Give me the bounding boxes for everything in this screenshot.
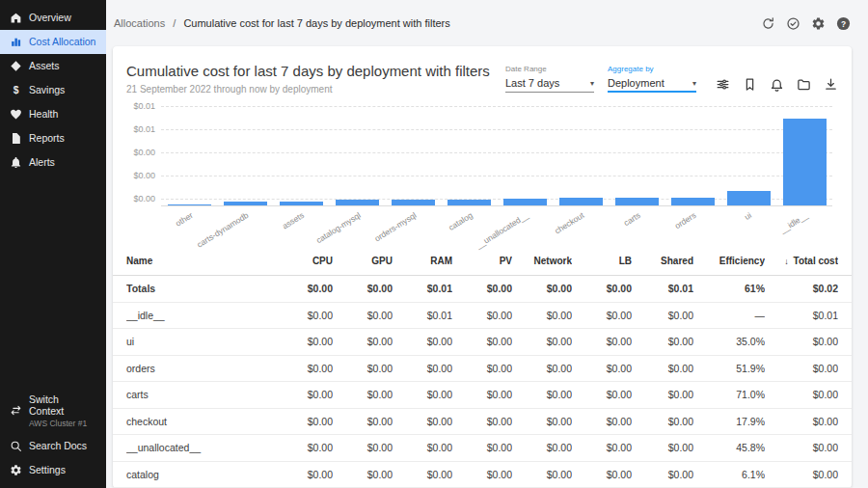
axis-spacer bbox=[124, 206, 161, 245]
column-header-ram[interactable]: RAM bbox=[393, 256, 452, 266]
folder-button[interactable] bbox=[797, 77, 811, 92]
download-button[interactable] bbox=[824, 77, 838, 92]
sidebar-item-switch-context[interactable]: Switch ContextAWS Cluster #1 bbox=[0, 388, 106, 434]
help-button[interactable]: ? bbox=[836, 16, 851, 31]
sidebar-item-reports[interactable]: Reports bbox=[0, 126, 106, 150]
cell-efficiency: 61% bbox=[693, 283, 765, 294]
table-row-checkout[interactable]: checkout$0.00$0.00$0.00$0.00$0.00$0.00$0… bbox=[113, 409, 852, 436]
table-body: Totals$0.00$0.00$0.01$0.00$0.00$0.00$0.0… bbox=[113, 276, 852, 488]
column-header-lb[interactable]: LB bbox=[572, 256, 632, 266]
cell-cpu: $0.00 bbox=[273, 310, 333, 321]
table-row-catalog[interactable]: catalog$0.00$0.00$0.00$0.00$0.00$0.00$0.… bbox=[113, 462, 852, 488]
cell-gpu: $0.00 bbox=[333, 469, 393, 480]
chevron-down-icon: ▾ bbox=[590, 79, 594, 88]
report-card: Cumulative cost for last 7 days by deplo… bbox=[113, 46, 852, 488]
cell-total: $0.00 bbox=[765, 363, 838, 374]
sidebar-item-cost-allocation[interactable]: Cost Allocation bbox=[0, 30, 106, 54]
cell-name: __idle__ bbox=[126, 310, 273, 321]
cell-name: checkout bbox=[126, 416, 273, 427]
assets-icon bbox=[10, 60, 22, 72]
sidebar-item-label: Assets bbox=[29, 60, 60, 72]
column-header-pv[interactable]: PV bbox=[452, 256, 512, 266]
table-row-__unallocated__[interactable]: __unallocated__$0.00$0.00$0.00$0.00$0.00… bbox=[113, 435, 852, 462]
bar-other[interactable] bbox=[168, 204, 211, 205]
cell-efficiency: — bbox=[693, 310, 765, 321]
bell-button[interactable] bbox=[770, 77, 784, 92]
bar-catalog-mysql[interactable] bbox=[336, 200, 379, 205]
x-axis-label: orders bbox=[673, 210, 698, 230]
bar-__idle__[interactable] bbox=[783, 119, 827, 205]
sidebar-item-label: Switch Context bbox=[29, 393, 64, 418]
cell-pv: $0.00 bbox=[452, 310, 512, 321]
breadcrumb-allocations-link[interactable]: Allocations bbox=[114, 17, 165, 29]
sidebar-item-settings[interactable]: Settings bbox=[0, 458, 106, 482]
bar-carts[interactable] bbox=[615, 198, 659, 205]
aggregate-by-select[interactable]: Aggregate by Deployment ▾ bbox=[608, 65, 696, 93]
refresh-icon bbox=[761, 16, 775, 31]
cell-gpu: $0.00 bbox=[333, 442, 393, 453]
cell-total: $0.00 bbox=[765, 442, 838, 453]
cell-cpu: $0.00 bbox=[273, 469, 333, 480]
tune-button[interactable] bbox=[716, 77, 730, 92]
cell-name: Totals bbox=[126, 283, 273, 294]
cell-shared: $0.00 bbox=[632, 416, 693, 427]
cell-gpu: $0.00 bbox=[333, 363, 393, 374]
cell-ram: $0.01 bbox=[393, 283, 452, 294]
bar-assets[interactable] bbox=[280, 202, 323, 205]
report-toolbar bbox=[716, 77, 838, 92]
gear-icon bbox=[10, 464, 22, 476]
sidebar-item-alerts[interactable]: Alerts bbox=[0, 150, 106, 175]
bar-orders[interactable] bbox=[671, 198, 715, 205]
aggregate-by-label: Aggregate by bbox=[608, 65, 696, 73]
sidebar-item-health[interactable]: Health bbox=[0, 102, 106, 126]
column-header-shared[interactable]: Shared bbox=[632, 256, 693, 266]
tune-icon bbox=[716, 77, 730, 92]
sidebar-item-assets[interactable]: Assets bbox=[0, 54, 106, 78]
table-row-carts[interactable]: carts$0.00$0.00$0.00$0.00$0.00$0.00$0.00… bbox=[113, 382, 852, 409]
cell-pv: $0.00 bbox=[452, 442, 512, 453]
sidebar-item-label: Overview bbox=[29, 12, 71, 24]
gear-button[interactable] bbox=[811, 16, 826, 31]
bar-checkout[interactable] bbox=[559, 198, 603, 205]
table-row-ui[interactable]: ui$0.00$0.00$0.00$0.00$0.00$0.00$0.0035.… bbox=[113, 329, 852, 356]
table-row-orders[interactable]: orders$0.00$0.00$0.00$0.00$0.00$0.00$0.0… bbox=[113, 356, 852, 383]
app-root: OverviewCost AllocationAssets$SavingsHea… bbox=[0, 0, 868, 488]
cell-name: __unallocated__ bbox=[126, 442, 273, 453]
plot-area bbox=[161, 106, 832, 206]
column-header-cpu[interactable]: CPU bbox=[273, 256, 333, 266]
bar-catalog[interactable] bbox=[448, 200, 491, 205]
column-header-efficiency[interactable]: Efficiency bbox=[693, 256, 765, 266]
bookmark-button[interactable] bbox=[743, 77, 757, 92]
page-subtitle: 21 September 2022 through now by deploym… bbox=[126, 84, 490, 95]
cell-name: carts bbox=[126, 389, 273, 400]
bar-carts-dynamodb[interactable] bbox=[224, 202, 267, 205]
column-header-total[interactable]: ↓ Total cost bbox=[765, 256, 838, 266]
table-header-row: NameCPUGPURAMPVNetworkLBSharedEfficiency… bbox=[113, 247, 852, 276]
sidebar-item-overview[interactable]: Overview bbox=[0, 6, 106, 30]
cell-shared: $0.00 bbox=[632, 469, 693, 480]
sidebar-item-label: Health bbox=[29, 108, 58, 121]
cost-bar-chart: $0.01$0.01$0.00$0.00$0.00 othercarts-dyn… bbox=[113, 100, 852, 245]
sidebar-item-savings[interactable]: $Savings bbox=[0, 78, 106, 102]
check-circle-button[interactable] bbox=[786, 16, 800, 31]
column-header-name[interactable]: Name bbox=[126, 256, 273, 266]
date-range-select[interactable]: Date Range Last 7 days ▾ bbox=[505, 65, 594, 93]
column-header-network[interactable]: Network bbox=[512, 256, 572, 266]
table-row-__idle__[interactable]: __idle__$0.00$0.00$0.01$0.00$0.00$0.00$0… bbox=[113, 303, 852, 330]
bar-ui[interactable] bbox=[727, 191, 771, 205]
bar-__unallocated__[interactable] bbox=[503, 199, 547, 205]
cell-network: $0.00 bbox=[512, 283, 572, 294]
help-icon: ? bbox=[836, 16, 851, 31]
cell-ram: $0.00 bbox=[393, 336, 452, 347]
cell-pv: $0.00 bbox=[452, 469, 512, 480]
table-row-Totals[interactable]: Totals$0.00$0.00$0.01$0.00$0.00$0.00$0.0… bbox=[113, 276, 852, 303]
refresh-button[interactable] bbox=[761, 16, 775, 31]
cell-lb: $0.00 bbox=[572, 469, 632, 480]
home-icon bbox=[10, 12, 22, 24]
cell-ram: $0.00 bbox=[393, 363, 452, 374]
bar-orders-mysql[interactable] bbox=[392, 200, 435, 205]
cell-gpu: $0.00 bbox=[333, 310, 393, 321]
column-header-gpu[interactable]: GPU bbox=[333, 256, 393, 266]
sidebar-item-search-docs[interactable]: Search Docs bbox=[0, 434, 106, 458]
cell-cpu: $0.00 bbox=[273, 363, 333, 374]
